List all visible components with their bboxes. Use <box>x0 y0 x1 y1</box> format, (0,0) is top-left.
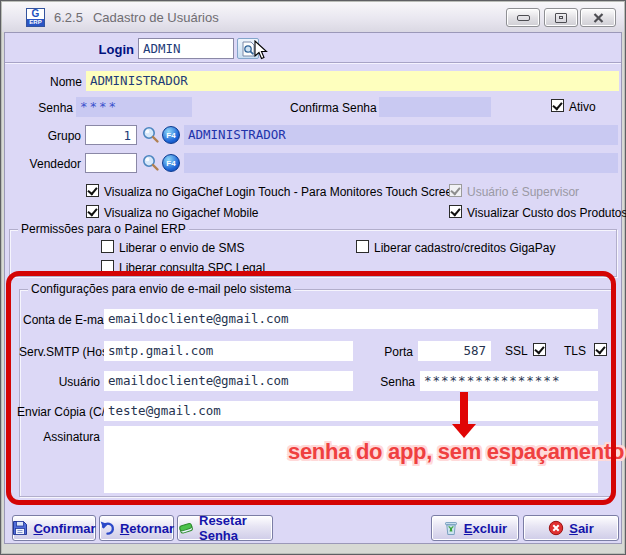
mobile-label: Visualiza no Gigachef Mobile <box>104 206 259 220</box>
conta-email-label: Conta de E-mail <box>23 313 100 327</box>
email-senha-input[interactable]: **************** <box>420 371 598 391</box>
eraser-icon <box>178 520 194 536</box>
minimize-icon <box>517 15 530 21</box>
close-button[interactable] <box>580 8 616 27</box>
app-logo-icon: G ERP <box>26 8 45 27</box>
grupo-label: Grupo <box>21 129 81 143</box>
login-label: Login <box>93 42 134 57</box>
vendedor-code-input[interactable] <box>85 153 137 173</box>
assinatura-label: Assinatura <box>35 430 100 444</box>
red-arrow-head <box>452 424 476 438</box>
maximize-icon <box>555 13 567 23</box>
undo-icon <box>99 520 115 536</box>
nome-label: Nome <box>22 75 82 89</box>
enviar-copia-label: Enviar Cópia (C/C) <box>17 405 100 419</box>
form-client-area: Login ADMIN Nome ADMINISTRADOR Senha ***… <box>4 32 622 544</box>
email-usuario-input[interactable]: emaildocliente@gmail.com <box>104 371 353 391</box>
ativo-checkbox[interactable] <box>551 99 564 112</box>
close-icon <box>593 13 604 23</box>
window-title: 6.2.5Cadastro de Usuários <box>54 10 219 25</box>
login-separator <box>5 62 621 64</box>
custo-checkbox[interactable] <box>449 205 462 218</box>
permissoes-title: Permissões para o Painel ERP <box>18 222 189 236</box>
supervisor-label: Usuário é Supervisor <box>467 185 579 199</box>
resetar-senha-button[interactable]: Resetar Senha <box>177 515 273 541</box>
app-logo-letter: G <box>27 9 44 19</box>
enviar-copia-input[interactable]: teste@gmail.com <box>104 401 598 421</box>
save-icon <box>12 520 28 536</box>
touch-checkbox[interactable] <box>86 184 99 197</box>
confirma-senha-input[interactable] <box>379 97 491 117</box>
title-bar: G ERP 6.2.5Cadastro de Usuários <box>2 2 624 32</box>
maximize-button[interactable] <box>544 8 578 27</box>
sair-button[interactable]: Sair <box>523 515 619 541</box>
grupo-code-input[interactable]: 1 <box>85 125 137 145</box>
excluir-button[interactable]: Excluir <box>431 515 519 541</box>
sms-checkbox[interactable] <box>101 240 114 253</box>
confirma-senha-label: Confirma Senha <box>290 101 376 115</box>
spc-label: Liberar consulta SPC Legal <box>119 261 265 275</box>
vendedor-label: Vendedor <box>10 157 81 171</box>
email-usuario-label: Usuário <box>40 375 100 389</box>
window-title-version: 6.2.5 <box>54 10 83 25</box>
trash-icon <box>443 520 459 536</box>
app-window: G ERP 6.2.5Cadastro de Usuários Login AD… <box>0 0 626 555</box>
supervisor-checkbox <box>449 184 462 197</box>
ssl-checkbox[interactable] <box>533 343 546 356</box>
vendedor-f4-button[interactable]: F4 <box>162 154 180 172</box>
smtp-label: Serv.SMTP (Host) <box>19 345 100 359</box>
login-input[interactable]: ADMIN <box>138 38 234 59</box>
window-title-text: Cadastro de Usuários <box>93 10 219 25</box>
senha-input[interactable]: **** <box>76 97 192 117</box>
conta-email-input[interactable]: emaildocliente@gmail.com <box>104 309 598 329</box>
mobile-checkbox[interactable] <box>86 205 99 218</box>
spc-checkbox[interactable] <box>101 260 114 273</box>
gigapay-checkbox[interactable] <box>356 240 369 253</box>
vendedor-search-icon[interactable] <box>141 153 160 172</box>
gigapay-label: Liberar cadastro/creditos GigaPay <box>374 241 555 255</box>
mouse-cursor <box>254 40 268 61</box>
app-logo-erp: ERP <box>27 19 44 26</box>
email-senha-label: Senha <box>371 375 415 389</box>
smtp-input[interactable]: smtp.gmail.com <box>104 341 353 361</box>
exit-icon <box>548 520 564 536</box>
grupo-descricao-field: ADMINISTRADOR <box>184 125 618 145</box>
tls-label: TLS <box>564 344 586 358</box>
annotation-text: senha do app, sem espaçamento <box>288 439 620 465</box>
grupo-search-icon[interactable] <box>141 125 160 144</box>
email-groupbox-title: Configurações para envio de e-mail pelo … <box>28 282 294 296</box>
porta-label: Porta <box>365 345 413 359</box>
custo-label: Visualizar Custo dos Produtos <box>467 206 626 220</box>
ativo-label: Ativo <box>569 100 596 114</box>
senha-label: Senha <box>13 101 73 115</box>
touch-label: Visualiza no GigaChef Login Touch - Para… <box>104 185 459 199</box>
porta-input[interactable]: 587 <box>418 341 491 361</box>
red-arrow-shaft <box>460 392 468 425</box>
confirmar-button[interactable]: Confirmar <box>12 515 96 541</box>
grupo-f4-button[interactable]: F4 <box>162 126 180 144</box>
vendedor-descricao-field <box>184 153 618 173</box>
retornar-button[interactable]: Retornar <box>99 515 174 541</box>
minimize-button[interactable] <box>506 8 540 27</box>
tls-checkbox[interactable] <box>594 343 607 356</box>
sms-label: Liberar o envio de SMS <box>119 241 244 255</box>
ssl-label: SSL <box>505 344 528 358</box>
nome-input[interactable]: ADMINISTRADOR <box>86 71 619 91</box>
